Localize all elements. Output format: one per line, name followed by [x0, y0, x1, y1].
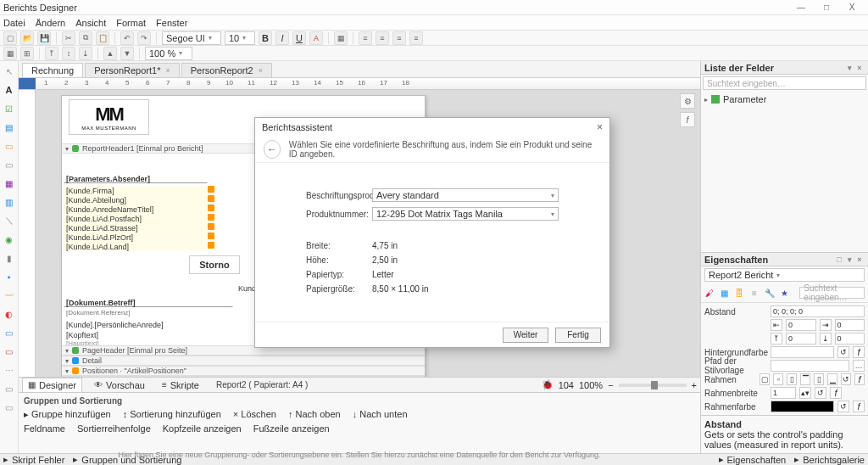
border-right-icon[interactable]: ▯ — [814, 373, 824, 385]
field-kunde-anrede[interactable]: [Kunde.AnredeNameTitel] — [64, 204, 208, 214]
section-reportheader[interactable]: ReportHeader1 [Einmal pro Bericht] — [82, 144, 203, 153]
add-sort-button[interactable]: ↕ Sortierung hinzufügen — [123, 409, 221, 420]
spinner-icon[interactable]: ▴▾ — [799, 387, 811, 399]
fx-icon[interactable]: f — [853, 346, 865, 358]
prop-stylepath-value[interactable] — [771, 360, 849, 372]
align-mid-icon[interactable]: ↕ — [62, 47, 75, 60]
error-icon[interactable]: 🐞 — [542, 379, 554, 390]
section-detail[interactable]: Detail — [82, 356, 102, 365]
maximize-button[interactable]: □ — [814, 3, 839, 12]
sparkline-icon[interactable]: 〰 — [3, 289, 16, 302]
field-kunde-plzort[interactable]: [Kunde.LiAd.PlzOrt] — [64, 232, 208, 242]
alignjust-icon[interactable]: ≡ — [409, 31, 423, 45]
data-icon[interactable]: 🗄 — [734, 287, 744, 299]
pdf-icon[interactable]: ▭ — [3, 345, 16, 358]
wizard-close-icon[interactable]: × — [597, 121, 603, 133]
border-none-icon[interactable]: ▫ — [773, 373, 783, 385]
menu-format[interactable]: Format — [116, 18, 146, 28]
menu-ansicht[interactable]: Ansicht — [75, 18, 106, 28]
field-anrede[interactable]: [Kunde].[PersönlicheAnrede] — [64, 320, 233, 329]
bold-icon[interactable]: B — [259, 31, 272, 45]
close-tab-icon[interactable]: × — [165, 66, 170, 75]
character-comb-icon[interactable]: ▥ — [3, 195, 16, 209]
fieldlist-search[interactable]: Suchtext eingeben… — [703, 76, 866, 90]
align-bot-icon[interactable]: ⤓ — [79, 47, 92, 60]
paste-icon[interactable]: 📋 — [96, 31, 109, 45]
panel-icon[interactable]: ▭ — [3, 158, 16, 171]
border-top-icon[interactable]: ▔ — [800, 373, 810, 385]
field-params-absender[interactable]: [Parameters.Absender] — [64, 174, 208, 183]
richtext-icon[interactable]: ▤ — [3, 120, 16, 134]
prop-bgcolor-value[interactable] — [771, 346, 834, 358]
reset-icon[interactable]: ↺ — [837, 401, 849, 412]
fx-icon[interactable]: f — [830, 387, 842, 399]
align-top-icon[interactable]: ⤒ — [45, 47, 58, 60]
fontsize-combo[interactable]: 10▾ — [225, 31, 255, 45]
move-up-button[interactable]: ↑ Nach oben — [288, 409, 341, 420]
wizard-back-icon[interactable]: ← — [264, 140, 281, 159]
padding-left-icon[interactable]: ⇤ — [771, 319, 782, 331]
section-pageheader[interactable]: PageHeader [Einmal pro Seite] — [82, 346, 187, 355]
close-button[interactable]: X — [839, 3, 865, 12]
add-group-button[interactable]: ▸ Gruppe hinzufügen — [24, 409, 111, 420]
bring-front-icon[interactable]: ▲ — [103, 47, 117, 60]
wrench-icon[interactable]: 🔧 — [765, 287, 775, 299]
gauge-icon[interactable]: ◐ — [3, 307, 16, 321]
border-bot-icon[interactable]: ▁ — [827, 373, 837, 385]
tab-preview[interactable]: 👁 Vorschau — [89, 378, 150, 392]
doc-tab-personreport1[interactable]: PersonReport1*× — [85, 63, 180, 77]
subreport-icon[interactable]: ▭ — [3, 401, 16, 414]
panel-menu-icon[interactable]: ▾ — [844, 255, 854, 264]
panel-close-icon[interactable]: × — [854, 64, 865, 72]
prop-abstand-value[interactable]: 0; 0; 0; 0 — [771, 305, 865, 317]
menu-fenster[interactable]: Fenster — [156, 18, 187, 28]
snap-icon[interactable]: ⊞ — [20, 47, 34, 60]
zoom-in-icon[interactable]: + — [692, 380, 697, 390]
open-icon[interactable]: 📂 — [20, 31, 34, 45]
field-kunde-strasse[interactable]: [Kunde.LiAd.Strasse] — [64, 223, 208, 232]
delete-button[interactable]: × Löschen — [233, 409, 276, 420]
pagebreak-icon[interactable]: ⋯ — [3, 363, 16, 377]
padding-right-val[interactable]: 0 — [835, 319, 865, 331]
underline-icon[interactable]: U — [292, 31, 306, 45]
label-icon[interactable]: A — [3, 83, 16, 97]
gear-icon[interactable]: ⚙ — [680, 93, 695, 109]
reset-icon[interactable]: ↺ — [837, 346, 849, 358]
aligncenter-icon[interactable]: ≡ — [376, 31, 389, 45]
wizard-next-button[interactable]: Weiter — [503, 328, 548, 343]
alignright-icon[interactable]: ≡ — [392, 31, 406, 45]
crossband-icon[interactable]: ▭ — [3, 382, 16, 395]
padding-left-val[interactable]: 0 — [786, 319, 816, 331]
save-icon[interactable]: 💾 — [37, 31, 51, 45]
undo-icon[interactable]: ↶ — [120, 31, 134, 45]
panel-menu-icon[interactable]: ▾ — [844, 64, 854, 72]
prop-borderwidth-value[interactable]: 1 — [771, 387, 796, 399]
field-kunde-land[interactable]: [Kunde.LiAd.Land] — [64, 242, 208, 251]
line-icon[interactable]: ＼ — [3, 214, 16, 227]
padding-top-val[interactable]: 0 — [786, 333, 816, 345]
padding-bot-icon[interactable]: ⤓ — [820, 333, 832, 345]
tree-parameter[interactable]: ▸Parameter — [704, 93, 865, 105]
brush-icon[interactable]: 🖌 — [704, 287, 715, 299]
panel-close-icon[interactable]: × — [854, 255, 865, 264]
tab-designer[interactable]: ▦ Designer — [22, 378, 82, 393]
combo-product[interactable]: Avery standard▾ — [372, 188, 559, 202]
close-tab-icon[interactable]: × — [259, 66, 263, 75]
copy-icon[interactable]: ⧉ — [79, 31, 92, 45]
star-icon[interactable]: ★ — [780, 287, 790, 299]
alignleft-icon[interactable]: ≡ — [359, 31, 372, 45]
cut-icon[interactable]: ✂ — [62, 31, 75, 45]
zoom-slider[interactable] — [619, 384, 687, 387]
field-kunde-postfach[interactable]: [Kunde.LiAd.Postfach] — [64, 214, 208, 223]
zoom-combo[interactable]: 100 %▾ — [145, 47, 192, 60]
doc-tab-personreport2[interactable]: PersonReport2× — [181, 63, 272, 77]
status-berichtsgalerie[interactable]: ▸ Berichtsgalerie — [794, 454, 865, 465]
menu-aendern[interactable]: Ändern — [36, 18, 65, 28]
padding-right-icon[interactable]: ⇥ — [820, 319, 832, 331]
panel-pin-icon[interactable]: □ — [834, 255, 844, 264]
send-back-icon[interactable]: ▼ — [120, 47, 134, 60]
fill-icon[interactable]: ▦ — [334, 31, 348, 45]
combo-productnum[interactable]: 12-295 Dot Matrix Tags Manila▾ — [372, 207, 559, 221]
redo-icon[interactable]: ↷ — [137, 31, 151, 45]
move-down-button[interactable]: ↓ Nach unten — [353, 409, 408, 420]
